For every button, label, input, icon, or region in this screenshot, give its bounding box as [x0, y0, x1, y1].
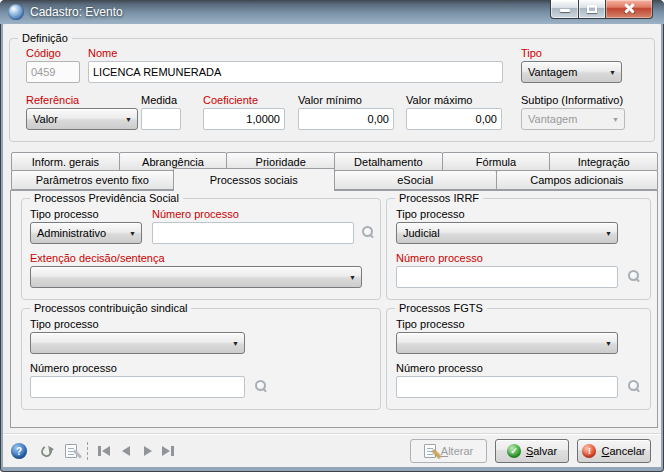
title-bar[interactable]: Cadastro: Evento — [0, 0, 664, 24]
tab-label: Parâmetros evento fixo — [36, 174, 149, 186]
notes-button[interactable] — [63, 443, 79, 459]
tab-processos-sociais[interactable]: Processos sociais — [173, 168, 336, 191]
refresh-icon — [39, 444, 54, 459]
sindical-numero-input[interactable] — [30, 376, 245, 398]
sindical-lookup-icon[interactable] — [253, 380, 267, 394]
tab-label: Inform. gerais — [32, 156, 99, 168]
irrf-numero-input[interactable] — [396, 266, 618, 288]
toolbar-separator — [87, 442, 88, 460]
exclamation-circle-icon: ! — [582, 444, 596, 458]
fgts-tipo-select[interactable]: ▼ — [396, 332, 618, 354]
medida-label: Medida — [141, 94, 177, 106]
codigo-label: Código — [26, 47, 61, 59]
fgts-numero-input[interactable] — [396, 376, 618, 398]
notes-icon — [65, 444, 77, 458]
tab-inform-gerais[interactable]: Inform. gerais — [11, 152, 120, 171]
subtipo-select: Vantagem ▼ — [521, 108, 625, 130]
fgts-tipo-label: Tipo processo — [396, 318, 465, 330]
minimize-icon — [560, 9, 570, 12]
sindical-tipo-label: Tipo processo — [30, 318, 99, 330]
close-button[interactable] — [606, 0, 653, 19]
window-title: Cadastro: Evento — [30, 5, 123, 19]
nome-input[interactable] — [88, 61, 503, 83]
first-record-icon — [102, 446, 110, 456]
valor-maximo-input[interactable] — [406, 108, 502, 130]
sindical-numero-label: Número processo — [30, 362, 117, 374]
previdencia-tipo-select[interactable]: Administrativo ▼ — [30, 222, 142, 244]
tab-label: eSocial — [397, 174, 433, 186]
tab-label: Campos adicionais — [530, 174, 623, 186]
next-record-icon — [144, 446, 152, 456]
previous-record-button[interactable] — [117, 443, 135, 459]
fgts-numero-label: Número processo — [396, 362, 483, 374]
last-record-button[interactable] — [159, 443, 177, 459]
chevron-down-icon: ▼ — [604, 69, 621, 76]
subtipo-selected-value: Vantagem — [522, 113, 607, 125]
processos-sociais-panel: Processos Previdência Social Tipo proces… — [10, 190, 658, 428]
chevron-down-icon: ▼ — [600, 230, 617, 237]
previdencia-numero-input[interactable] — [152, 222, 354, 244]
previdencia-legend: Processos Previdência Social — [30, 192, 183, 204]
referencia-selected-value: Valor — [27, 113, 120, 125]
cancelar-button[interactable]: ! Cancelar — [577, 439, 651, 463]
maximize-icon — [587, 5, 597, 13]
irrf-tipo-label: Tipo processo — [396, 208, 465, 220]
tab-label: Abrangência — [142, 156, 204, 168]
tipo-select[interactable]: Vantagem ▼ — [521, 61, 622, 83]
fgts-legend: Processos FGTS — [395, 302, 487, 314]
subtipo-label: Subtipo (Informativo) — [521, 94, 623, 106]
extencao-select[interactable]: ▼ — [30, 266, 362, 288]
close-icon — [623, 2, 635, 14]
irrf-legend: Processos IRRF — [395, 192, 483, 204]
valor-maximo-label: Valor máximo — [406, 94, 472, 106]
chevron-down-icon: ▼ — [120, 116, 137, 123]
sindical-legend: Processos contribuição sindical — [30, 302, 191, 314]
irrf-tipo-select[interactable]: Judicial ▼ — [396, 222, 618, 244]
definicao-legend: Definição — [18, 32, 72, 44]
tab-label: Prioridade — [256, 156, 306, 168]
tab-esocial[interactable]: eSocial — [334, 170, 497, 190]
tipo-selected-value: Vantagem — [522, 66, 604, 78]
nome-label: Nome — [88, 47, 117, 59]
previdencia-lookup-icon[interactable] — [360, 226, 374, 240]
irrf-numero-label: Número processo — [396, 252, 483, 264]
codigo-input[interactable] — [26, 61, 80, 83]
previdencia-group: Processos Previdência Social Tipo proces… — [21, 198, 381, 300]
tab-label: Detalhamento — [354, 156, 423, 168]
sindical-group: Processos contribuição sindical Tipo pro… — [21, 308, 381, 410]
last-record-icon — [171, 446, 174, 456]
maximize-button[interactable] — [579, 0, 606, 19]
fgts-group: Processos FGTS Tipo processo ▼ Número pr… — [386, 308, 651, 410]
tab-row-2: Parâmetros evento fixo Processos sociais… — [11, 170, 658, 190]
alterar-button-label: Alterar — [441, 445, 473, 457]
tab-parametros-evento-fixo[interactable]: Parâmetros evento fixo — [11, 170, 174, 190]
check-circle-icon: ✓ — [507, 444, 521, 458]
app-globe-icon — [8, 4, 24, 20]
fgts-lookup-icon[interactable] — [626, 380, 640, 394]
salvar-button[interactable]: ✓ Salvar — [495, 439, 569, 463]
tab-formula[interactable]: Fórmula — [442, 152, 551, 171]
irrf-tipo-value: Judicial — [397, 227, 600, 239]
medida-input[interactable] — [141, 108, 181, 130]
next-record-button[interactable] — [139, 443, 157, 459]
coeficiente-input[interactable] — [203, 108, 285, 130]
definicao-group: Definição Código Nome Tipo Vantagem ▼ Re… — [9, 38, 655, 142]
referencia-select[interactable]: Valor ▼ — [26, 108, 138, 130]
valor-minimo-input[interactable] — [298, 108, 394, 130]
tab-label: Integração — [578, 156, 630, 168]
salvar-button-label: Salvar — [526, 445, 557, 457]
dialog-window: Cadastro: Evento Definição Código Nome T… — [0, 0, 664, 472]
tab-campos-adicionais[interactable]: Campos adicionais — [496, 170, 659, 190]
coeficiente-label: Coeficiente — [203, 94, 258, 106]
irrf-lookup-icon[interactable] — [626, 270, 640, 284]
alterar-button: Alterar — [410, 439, 487, 463]
refresh-button[interactable] — [38, 443, 54, 459]
tab-detalhamento[interactable]: Detalhamento — [334, 152, 443, 171]
chevron-down-icon: ▼ — [600, 340, 617, 347]
first-record-button[interactable] — [95, 443, 113, 459]
tab-integracao[interactable]: Integração — [549, 152, 658, 171]
sindical-tipo-select[interactable]: ▼ — [30, 332, 245, 354]
help-button[interactable]: ? — [11, 443, 27, 459]
minimize-button[interactable] — [550, 0, 579, 19]
last-record-icon — [162, 446, 170, 456]
